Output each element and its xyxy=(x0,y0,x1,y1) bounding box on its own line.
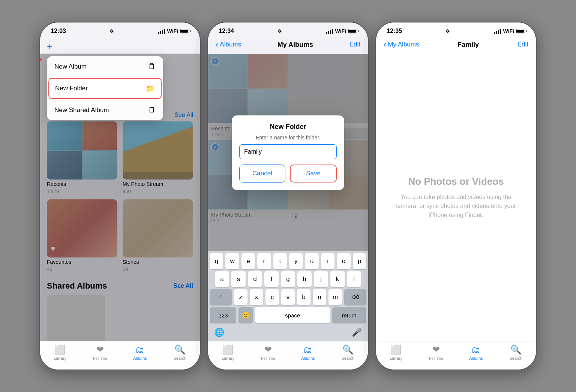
key-emoji[interactable]: 🙂 xyxy=(238,307,253,323)
key-delete[interactable]: ⌫ xyxy=(344,289,366,305)
status-icons: WiFi xyxy=(158,28,189,34)
key-h[interactable]: h xyxy=(297,271,312,287)
tab-bar-2: ⬜ Library ❤ For You 🗂 Albums 🔍 Search xyxy=(208,341,368,370)
key-j[interactable]: j xyxy=(314,271,328,287)
key-f[interactable]: f xyxy=(264,271,279,287)
foryou-icon-2: ❤ xyxy=(264,344,272,355)
library-icon: ⬜ xyxy=(54,344,66,355)
key-t[interactable]: t xyxy=(273,253,287,269)
new-folder-item[interactable]: New Folder 📁 xyxy=(48,78,162,99)
key-r[interactable]: r xyxy=(257,253,271,269)
tab-library-3[interactable]: ⬜ Library xyxy=(383,344,409,361)
wifi-icon: WiFi xyxy=(167,28,178,34)
new-folder-dialog: New Folder Enter a name for this folder.… xyxy=(232,115,344,190)
keyboard: q w e r t y u i o p a s d f g h j k xyxy=(208,251,368,341)
key-i[interactable]: i xyxy=(321,253,334,269)
key-m[interactable]: m xyxy=(328,289,342,305)
new-album-item[interactable]: New Album 🗒 xyxy=(47,56,163,77)
tab-foryou-label-3: For You xyxy=(429,356,443,361)
cancel-button[interactable]: Cancel xyxy=(239,165,285,183)
dialog-title: New Folder xyxy=(270,123,306,131)
save-button[interactable]: Save xyxy=(290,165,337,183)
globe-icon[interactable]: 🌐 xyxy=(214,328,224,337)
status-bar-1: 12:03 ✈ WiFi xyxy=(40,22,200,37)
key-c[interactable]: c xyxy=(266,289,279,305)
new-album-icon: 🗒 xyxy=(148,62,156,71)
key-v[interactable]: v xyxy=(281,289,295,305)
battery-icon-3 xyxy=(516,29,525,33)
key-b[interactable]: b xyxy=(297,289,310,305)
tab-albums[interactable]: 🗂 Albums xyxy=(127,344,153,361)
tab-albums-3[interactable]: 🗂 Albums xyxy=(463,344,489,361)
tab-albums-label-2: Albums xyxy=(301,356,315,361)
foryou-icon-3: ❤ xyxy=(432,344,440,355)
time-display-3: 12:35 xyxy=(387,28,402,34)
edit-button-3[interactable]: Edit xyxy=(518,41,528,48)
search-icon: 🔍 xyxy=(174,344,186,355)
key-w[interactable]: w xyxy=(225,253,239,269)
key-123[interactable]: 123 xyxy=(210,307,236,323)
tab-library[interactable]: ⬜ Library xyxy=(47,344,73,361)
library-icon-3: ⬜ xyxy=(390,344,402,355)
back-label: Albums xyxy=(220,41,241,48)
tab-library-2[interactable]: ⬜ Library xyxy=(215,344,241,361)
tab-search-label-3: Search xyxy=(509,356,522,361)
key-l[interactable]: l xyxy=(347,271,361,287)
mic-icon[interactable]: 🎤 xyxy=(352,328,362,337)
new-album-label: New Album xyxy=(54,63,87,70)
folder-name-input[interactable] xyxy=(239,144,337,159)
albums-icon: 🗂 xyxy=(135,344,144,355)
tab-foryou-2[interactable]: ❤ For You xyxy=(255,344,281,361)
tab-library-label-2: Library xyxy=(222,356,234,361)
key-g[interactable]: g xyxy=(281,271,295,287)
search-icon-2: 🔍 xyxy=(342,344,354,355)
phone2-main: Recents 1 882 xyxy=(208,54,368,251)
key-space[interactable]: space xyxy=(255,307,330,323)
key-a[interactable]: a xyxy=(215,271,229,287)
key-p[interactable]: p xyxy=(353,253,366,269)
tab-foryou-label-2: For You xyxy=(261,356,275,361)
empty-title: No Photos or Videos xyxy=(408,176,504,187)
page-title-3: Family xyxy=(458,41,479,49)
tab-foryou-label: For You xyxy=(93,356,107,361)
key-o[interactable]: o xyxy=(337,253,350,269)
tab-albums-label: Albums xyxy=(133,356,147,361)
tab-foryou-3[interactable]: ❤ For You xyxy=(423,344,449,361)
back-button-3[interactable]: My Albums xyxy=(384,40,419,49)
tab-library-label: Library xyxy=(54,356,66,361)
dialog-overlay: New Folder Enter a name for this folder.… xyxy=(208,54,368,251)
new-shared-album-item[interactable]: New Shared Album 🗒 xyxy=(47,100,163,120)
key-q[interactable]: q xyxy=(210,253,223,269)
tab-search[interactable]: 🔍 Search xyxy=(167,344,193,361)
tab-search-2[interactable]: 🔍 Search xyxy=(335,344,361,361)
key-z[interactable]: z xyxy=(234,289,248,305)
time-display-2: 12:34 xyxy=(219,28,234,34)
signal-icon-3 xyxy=(494,29,501,34)
key-shift[interactable]: ⇧ xyxy=(210,289,232,305)
new-shared-album-label: New Shared Album xyxy=(54,106,109,114)
key-x[interactable]: x xyxy=(250,289,263,305)
wifi-icon-3: WiFi xyxy=(503,28,514,34)
key-u[interactable]: u xyxy=(305,253,318,269)
add-button[interactable]: + xyxy=(47,40,52,52)
tab-search-3[interactable]: 🔍 Search xyxy=(503,344,529,361)
back-button[interactable]: Albums xyxy=(216,40,241,49)
tab-foryou[interactable]: ❤ For You xyxy=(87,344,113,361)
albums-icon-2: 🗂 xyxy=(303,344,312,355)
key-n[interactable]: n xyxy=(313,289,326,305)
key-d[interactable]: d xyxy=(248,271,262,287)
key-e[interactable]: e xyxy=(242,253,255,269)
phone2-header: Albums My Albums Edit xyxy=(208,37,368,54)
key-y[interactable]: y xyxy=(289,253,303,269)
location-icon-3: ✈ xyxy=(446,28,450,34)
key-k[interactable]: k xyxy=(330,271,345,287)
chevron-icon xyxy=(216,40,218,49)
tab-search-label: Search xyxy=(173,356,186,361)
arrow-indicator xyxy=(39,57,42,62)
dialog-buttons: Cancel Save xyxy=(239,165,337,183)
dialog-subtitle: Enter a name for this folder. xyxy=(256,135,320,141)
edit-button[interactable]: Edit xyxy=(350,41,360,48)
tab-albums-2[interactable]: 🗂 Albums xyxy=(295,344,321,361)
key-s[interactable]: s xyxy=(231,271,246,287)
key-return[interactable]: return xyxy=(332,307,366,323)
